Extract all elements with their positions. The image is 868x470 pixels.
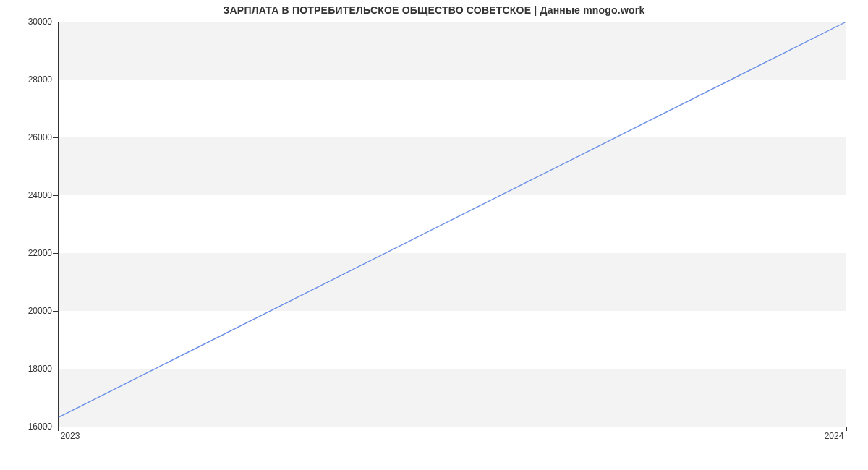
y-tick-label: 24000: [0, 190, 52, 200]
y-tick: [53, 137, 59, 138]
chart-container: ЗАРПЛАТА В ПОТРЕБИТЕЛЬСКОЕ ОБЩЕСТВО СОВЕ…: [0, 0, 868, 470]
y-tick: [53, 22, 59, 22]
line-series: [59, 22, 846, 426]
x-tick-label: 2024: [825, 431, 844, 441]
y-tick-label: 20000: [0, 306, 52, 316]
y-tick-label: 16000: [0, 422, 52, 432]
y-tick-label: 18000: [0, 364, 52, 374]
y-tick: [53, 253, 59, 254]
y-tick: [53, 195, 59, 196]
y-tick-label: 28000: [0, 74, 52, 85]
y-tick-label: 30000: [0, 17, 52, 27]
y-tick: [53, 369, 59, 369]
y-tick: [53, 311, 59, 312]
x-tick-label: 2023: [61, 431, 80, 441]
plot-area: [58, 22, 846, 427]
y-tick: [53, 80, 59, 80]
y-tick: [53, 427, 59, 427]
chart-title: ЗАРПЛАТА В ПОТРЕБИТЕЛЬСКОЕ ОБЩЕСТВО СОВЕ…: [0, 4, 868, 16]
y-tick-label: 22000: [0, 248, 52, 258]
y-tick-label: 26000: [0, 132, 52, 142]
x-tick: [846, 427, 847, 431]
